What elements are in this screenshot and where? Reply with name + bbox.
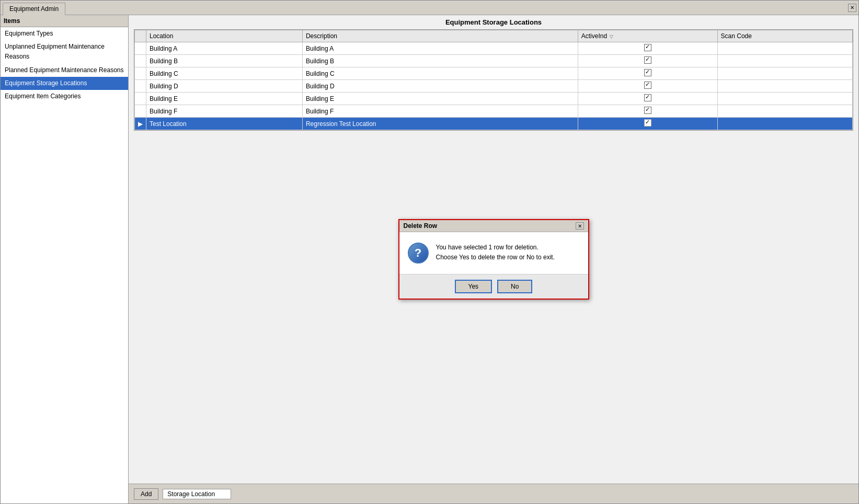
delete-row-dialog: Delete Row ✕ ? You have selected 1 row f… (398, 219, 589, 300)
dialog-message-line2: Choose Yes to delete the row or No to ex… (436, 253, 555, 262)
dialog-close-icon: ✕ (578, 223, 582, 229)
dialog-yes-button[interactable]: Yes (455, 280, 493, 293)
close-icon: ✕ (850, 5, 854, 10)
window-title: Equipment Admin (9, 5, 59, 13)
content-area: Equipment Storage Locations Location Des… (129, 15, 858, 503)
main-content: Items Equipment Types Unplanned Equipmen… (1, 15, 858, 503)
dialog-body: ? You have selected 1 row for deletion. … (399, 232, 588, 274)
question-icon: ? (408, 243, 429, 264)
main-window: Equipment Admin ✕ Items Equipment Types … (0, 0, 859, 504)
sidebar-item-item-categories[interactable]: Equipment Item Categories (1, 90, 128, 103)
sidebar-item-unplanned-maintenance[interactable]: Unplanned Equipment Maintenance Reasons (1, 40, 128, 63)
title-tab[interactable]: Equipment Admin (3, 3, 65, 15)
sidebar-item-storage-locations[interactable]: Equipment Storage Locations (1, 77, 128, 90)
sidebar-item-equipment-types[interactable]: Equipment Types (1, 27, 128, 40)
dialog-footer: Yes No (399, 274, 588, 299)
sidebar-header: Items (1, 15, 128, 27)
window-close-button[interactable]: ✕ (848, 4, 856, 12)
dialog-title: Delete Row (404, 222, 438, 230)
dialog-message: You have selected 1 row for deletion. Ch… (436, 243, 555, 262)
dialog-overlay: Delete Row ✕ ? You have selected 1 row f… (129, 15, 858, 503)
title-bar: Equipment Admin ✕ (1, 1, 858, 15)
dialog-message-line1: You have selected 1 row for deletion. (436, 243, 555, 253)
sidebar: Items Equipment Types Unplanned Equipmen… (1, 15, 129, 503)
sidebar-item-planned-maintenance[interactable]: Planned Equipment Maintenance Reasons (1, 64, 128, 77)
dialog-close-button[interactable]: ✕ (576, 222, 584, 230)
dialog-no-button[interactable]: No (497, 280, 532, 293)
dialog-titlebar: Delete Row ✕ (399, 220, 588, 232)
